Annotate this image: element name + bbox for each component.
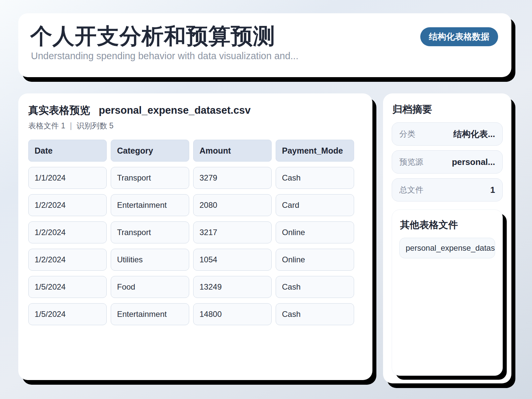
summary-row-label: 总文件 [399,185,423,195]
header-text-block: 个人开支分析和预算预测 Understanding spending behav… [30,23,298,62]
table-cell: Card [276,194,354,216]
other-files-card: 其他表格文件 personal_expense_dataset.csv [392,209,503,376]
table-cell: Cash [276,167,354,189]
summary-row: 总文件1 [392,178,503,201]
preview-title: 真实表格预览 [28,103,90,117]
other-files-title: 其他表格文件 [400,218,495,232]
table-cell: Online [276,249,354,271]
table-cell: 14800 [193,303,272,325]
table-cell: Transport [111,221,189,243]
table-cell: 1/1/2024 [28,167,107,189]
summary-row-value: 结构化表... [453,128,495,140]
table-cell: Cash [276,303,354,325]
meta-file-count: 表格文件 1 [28,121,65,131]
column-header: Amount [193,140,272,162]
table-cell: 1/2/2024 [28,221,107,243]
meta-column-count: 识别列数 5 [76,121,113,131]
table-cell: 3279 [193,167,272,189]
archive-summary-card: 归档摘要 分类结构化表...预览源personal...总文件1 其他表格文件 … [383,93,511,383]
archive-summary-title: 归档摘要 [392,103,503,116]
table-cell: 1/2/2024 [28,194,107,216]
table-cell: Transport [111,167,189,189]
table-cell: 2080 [193,194,272,216]
table-cell: Utilities [111,249,189,271]
summary-row-value: 1 [490,185,495,195]
table-cell: 1/5/2024 [28,276,107,298]
summary-row-value: personal... [452,157,495,167]
file-list-item[interactable]: personal_expense_dataset.csv [399,238,495,258]
column-header: Payment_Mode [276,140,354,162]
table-cell: Food [111,276,189,298]
table-preview-card: 真实表格预览 personal_expense_dataset.csv 表格文件… [18,93,372,380]
table-cell: 1/2/2024 [28,249,107,271]
table-cell: 13249 [193,276,272,298]
table-cell: Online [276,221,354,243]
preview-filename: personal_expense_dataset.csv [99,104,251,116]
column-header: Date [28,140,107,162]
table-cell: Entertainment [111,303,189,325]
table-cell: 1054 [193,249,272,271]
summary-row: 分类结构化表... [392,122,503,146]
category-badge: 结构化表格数据 [420,27,498,46]
meta-separator: | [70,121,72,130]
header-card: 个人开支分析和预算预测 Understanding spending behav… [18,13,511,77]
table-cell: 1/5/2024 [28,303,107,325]
summary-row: 预览源personal... [392,150,503,174]
page-title: 个人开支分析和预算预测 [30,23,298,49]
page-subtitle: Understanding spending behavior with dat… [31,51,298,62]
summary-row-label: 预览源 [399,157,423,167]
preview-table: DateCategoryAmountPayment_Mode1/1/2024Tr… [28,140,362,325]
table-cell: 3217 [193,221,272,243]
table-cell: Cash [276,276,354,298]
summary-row-label: 分类 [399,129,415,139]
column-header: Category [111,140,189,162]
preview-meta: 表格文件 1 | 识别列数 5 [28,121,362,131]
preview-title-row: 真实表格预览 personal_expense_dataset.csv [28,103,362,117]
table-cell: Entertainment [111,194,189,216]
other-files-list: personal_expense_dataset.csv [399,238,495,258]
summary-rows: 分类结构化表...预览源personal...总文件1 [392,122,503,201]
